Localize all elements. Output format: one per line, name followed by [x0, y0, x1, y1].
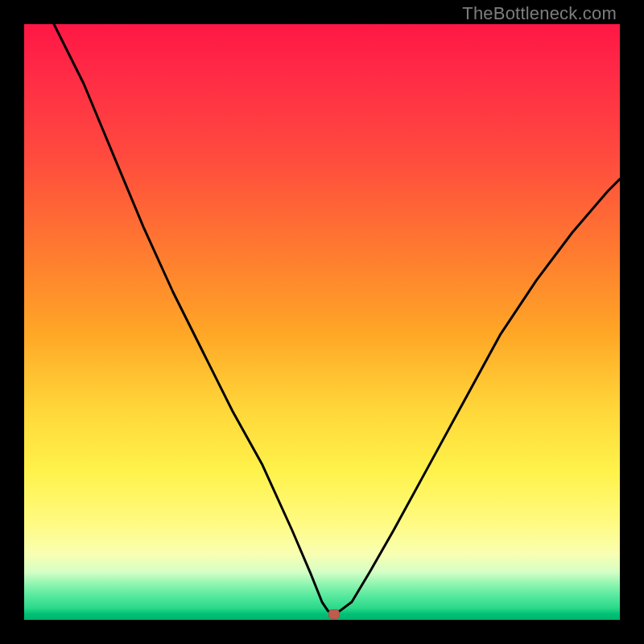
curve-path — [54, 24, 620, 614]
watermark-text: TheBottleneck.com — [462, 3, 617, 24]
optimum-point — [328, 609, 340, 619]
chart-frame: TheBottleneck.com — [0, 0, 644, 644]
plot-area — [24, 24, 620, 620]
bottleneck-curve — [24, 24, 620, 620]
